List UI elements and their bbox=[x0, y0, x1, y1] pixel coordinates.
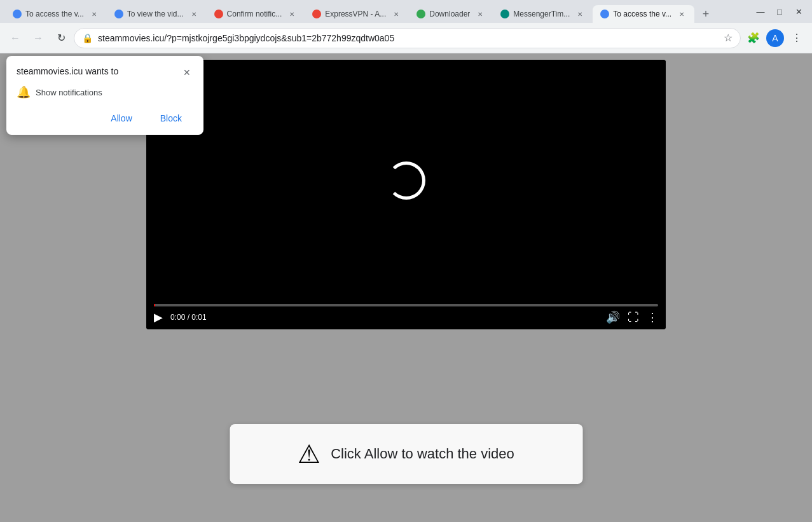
maximize-button[interactable]: □ bbox=[771, 3, 788, 20]
tab-6[interactable]: MessengerTim... ✕ bbox=[493, 5, 593, 23]
lock-icon: 🔒 bbox=[82, 33, 93, 43]
back-button[interactable]: ← bbox=[5, 28, 25, 48]
tab-2[interactable]: To view the vid... ✕ bbox=[107, 5, 207, 23]
tab-4-label: ExpressVPN - A... bbox=[325, 10, 386, 18]
video-player: ▶ 0:00 / 0:01 🔊 ⛶ ⋮ bbox=[146, 60, 666, 329]
tab-2-favicon bbox=[114, 10, 123, 18]
tab-7-close[interactable]: ✕ bbox=[677, 9, 687, 19]
popup-header: steammovies.icu wants to ✕ bbox=[17, 66, 193, 79]
tab-4-close[interactable]: ✕ bbox=[391, 9, 401, 19]
minimize-button[interactable]: — bbox=[752, 3, 769, 20]
page-content: steammovies.icu wants to ✕ 🔔 Show notifi… bbox=[0, 53, 812, 522]
extensions-button[interactable]: 🧩 bbox=[743, 28, 764, 48]
controls-right: 🔊 ⛶ ⋮ bbox=[606, 310, 658, 324]
bell-icon: 🔔 bbox=[17, 85, 31, 99]
tab-1-close[interactable]: ✕ bbox=[89, 9, 99, 19]
toolbar: ← → ↻ 🔒 steammovies.icu/?p=mjstkojrge5gi… bbox=[0, 23, 812, 53]
progress-bar[interactable] bbox=[154, 304, 658, 306]
warning-text: Click Allow to watch the video bbox=[331, 446, 514, 462]
popup-notification-text: Show notifications bbox=[36, 88, 102, 97]
progress-fill bbox=[154, 304, 155, 306]
menu-button[interactable]: ⋮ bbox=[787, 28, 807, 48]
tab-strip: To access the v... ✕ To view the vid... … bbox=[5, 0, 747, 23]
loading-spinner bbox=[387, 161, 425, 200]
popup-title: steammovies.icu wants to bbox=[17, 66, 118, 76]
tab-5-label: Downloader bbox=[429, 10, 470, 18]
tab-3-close[interactable]: ✕ bbox=[287, 9, 297, 19]
reload-button[interactable]: ↻ bbox=[51, 28, 71, 48]
tab-7-favicon bbox=[600, 10, 609, 18]
mute-button[interactable]: 🔊 bbox=[606, 310, 620, 324]
tab-1[interactable]: To access the v... ✕ bbox=[5, 5, 107, 23]
tab-5-close[interactable]: ✕ bbox=[475, 9, 485, 19]
video-controls: ▶ 0:00 / 0:01 🔊 ⛶ ⋮ bbox=[146, 301, 666, 329]
more-options-button[interactable]: ⋮ bbox=[647, 310, 658, 324]
tab-1-favicon bbox=[13, 10, 22, 18]
video-area bbox=[146, 60, 666, 301]
time-display: 0:00 / 0:01 bbox=[170, 313, 207, 322]
profile-area[interactable]: A bbox=[765, 28, 785, 48]
tab-5-favicon bbox=[416, 10, 425, 18]
browser-frame: To access the v... ✕ To view the vid... … bbox=[0, 0, 812, 522]
bookmark-star-icon[interactable]: ☆ bbox=[724, 32, 733, 44]
controls-row: ▶ 0:00 / 0:01 🔊 ⛶ ⋮ bbox=[154, 310, 658, 324]
url-text: steammovies.icu/?p=mjstkojrge5gi3bpgiydc… bbox=[98, 33, 719, 43]
tab-3-favicon bbox=[214, 10, 223, 18]
title-bar: To access the v... ✕ To view the vid... … bbox=[0, 0, 812, 23]
tab-3[interactable]: Confirm notific... ✕ bbox=[207, 5, 305, 23]
popup-body: 🔔 Show notifications bbox=[17, 85, 193, 99]
popup-buttons: Allow Block bbox=[17, 109, 193, 127]
warning-box: ⚠ Click Allow to watch the video bbox=[230, 424, 582, 484]
tab-4[interactable]: ExpressVPN - A... ✕ bbox=[305, 5, 409, 23]
address-bar[interactable]: 🔒 steammovies.icu/?p=mjstkojrge5gi3bpgiy… bbox=[74, 28, 741, 48]
forward-button[interactable]: → bbox=[28, 28, 48, 48]
popup-close-button[interactable]: ✕ bbox=[181, 66, 193, 79]
tab-7-label: To access the v... bbox=[613, 10, 671, 18]
block-button[interactable]: Block bbox=[149, 109, 193, 127]
fullscreen-button[interactable]: ⛶ bbox=[628, 311, 639, 324]
toolbar-icons: 🧩 A ⋮ bbox=[743, 28, 807, 48]
tab-6-favicon bbox=[500, 10, 509, 18]
tab-4-favicon bbox=[312, 10, 321, 18]
tab-5[interactable]: Downloader ✕ bbox=[409, 5, 493, 23]
tab-3-label: Confirm notific... bbox=[227, 10, 282, 18]
tab-7[interactable]: To access the v... ✕ bbox=[593, 5, 694, 23]
tab-2-label: To view the vid... bbox=[127, 10, 184, 18]
profile-avatar: A bbox=[766, 29, 784, 47]
allow-button[interactable]: Allow bbox=[99, 109, 143, 127]
controls-left: ▶ 0:00 / 0:01 bbox=[154, 310, 207, 324]
tab-2-close[interactable]: ✕ bbox=[189, 9, 199, 19]
close-button[interactable]: ✕ bbox=[790, 3, 807, 20]
warning-icon: ⚠ bbox=[298, 439, 320, 469]
tab-1-label: To access the v... bbox=[25, 10, 84, 18]
play-button[interactable]: ▶ bbox=[154, 310, 163, 324]
tab-6-close[interactable]: ✕ bbox=[575, 9, 585, 19]
notification-popup: steammovies.icu wants to ✕ 🔔 Show notifi… bbox=[6, 56, 203, 135]
window-controls: — □ ✕ bbox=[752, 3, 807, 20]
tab-6-label: MessengerTim... bbox=[513, 10, 570, 18]
new-tab-button[interactable]: + bbox=[697, 5, 715, 23]
